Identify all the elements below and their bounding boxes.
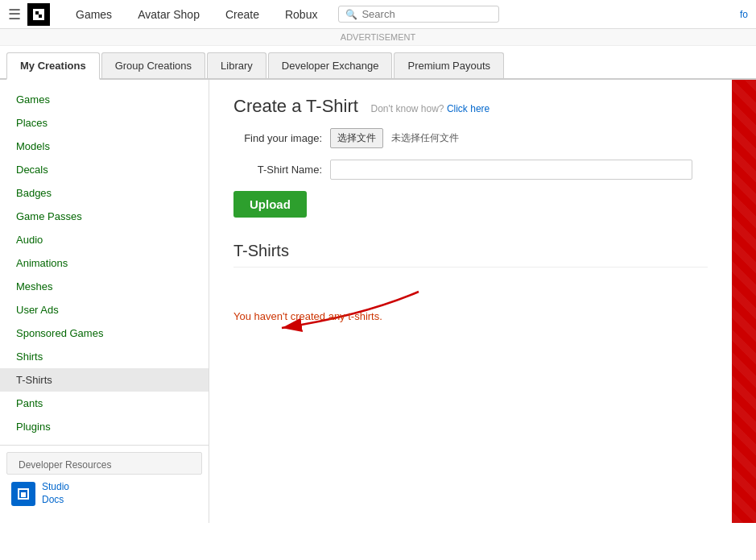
sidebar-item-sponsored-games[interactable]: Sponsored Games — [0, 321, 209, 345]
nav-right-link[interactable]: fo — [740, 9, 748, 20]
sidebar-item-tshirts[interactable]: T-Shirts — [0, 368, 209, 392]
developer-resources-title: Developer Resources — [6, 452, 202, 475]
tshirt-name-input[interactable] — [330, 160, 692, 180]
sidebar-item-shirts[interactable]: Shirts — [0, 345, 209, 368]
sidebar-item-decals[interactable]: Decals — [0, 158, 209, 181]
sidebar-item-game-passes[interactable]: Game Passes — [0, 205, 209, 228]
tab-group-creations[interactable]: Group Creations — [101, 52, 205, 78]
help-prefix: Don't know how? — [371, 103, 444, 114]
empty-tshirts-message: You haven't created any t-shirts. — [233, 310, 708, 322]
nav-games[interactable]: Games — [63, 0, 125, 29]
tshirts-title: T-Shirts — [233, 242, 708, 268]
studio-sublabel: Docs — [42, 494, 69, 507]
help-link[interactable]: Click here — [447, 103, 490, 114]
sidebar-item-games[interactable]: Games — [0, 88, 209, 111]
svg-marker-4 — [21, 492, 26, 497]
tab-premium-payouts[interactable]: Premium Payouts — [394, 52, 504, 78]
nav-create[interactable]: Create — [213, 0, 272, 29]
sidebar-item-places[interactable]: Places — [0, 111, 209, 135]
sidebar-item-user-ads[interactable]: User Ads — [0, 298, 209, 321]
tshirt-name-row: T-Shirt Name: — [233, 160, 708, 180]
svg-rect-2 — [39, 15, 42, 18]
help-text: Don't know how? Click here — [371, 103, 490, 114]
search-icon: 🔍 — [345, 9, 357, 20]
sidebar-item-badges[interactable]: Badges — [0, 181, 209, 205]
sidebar-item-meshes[interactable]: Meshes — [0, 275, 209, 298]
advertisement-bar: ADVERTISEMENT — [0, 29, 756, 46]
nav-robux[interactable]: Robux — [272, 0, 330, 29]
nav-avatar-shop[interactable]: Avatar Shop — [125, 0, 213, 29]
studio-item[interactable]: Studio Docs — [0, 476, 209, 511]
advertisement-text: ADVERTISEMENT — [341, 32, 415, 42]
top-navigation: ☰ Games Avatar Shop Create Robux 🔍 fo — [0, 0, 756, 29]
find-image-label: Find your image: — [233, 132, 322, 144]
sidebar-item-plugins[interactable]: Plugins — [0, 415, 209, 438]
upload-button-container: Upload — [233, 180, 708, 218]
hamburger-menu[interactable]: ☰ — [8, 6, 21, 23]
search-input[interactable] — [361, 8, 492, 20]
sidebar-item-audio[interactable]: Audio — [0, 228, 209, 251]
studio-label: Studio — [42, 481, 69, 494]
tab-developer-exchange[interactable]: Developer Exchange — [268, 52, 393, 78]
side-banner-overlay — [732, 80, 756, 523]
arrow-container: You haven't created any t-shirts. — [233, 284, 708, 322]
tab-library[interactable]: Library — [207, 52, 266, 78]
studio-icon — [11, 482, 35, 506]
choose-file-button[interactable]: 选择文件 — [330, 128, 383, 148]
find-image-row: Find your image: 选择文件 未选择任何文件 — [233, 128, 708, 148]
sidebar-item-animations[interactable]: Animations — [0, 251, 209, 275]
tshirts-section: T-Shirts You haven't created any t-shirt… — [233, 242, 708, 322]
roblox-logo[interactable] — [27, 3, 50, 26]
content-area: Create a T-Shirt Don't know how? Click h… — [209, 80, 732, 523]
sidebar-item-pants[interactable]: Pants — [0, 392, 209, 415]
svg-rect-1 — [35, 11, 39, 15]
sidebar: Games Places Models Decals Badges Game P… — [0, 80, 209, 523]
create-title: Create a T-Shirt — [233, 96, 358, 116]
side-banner — [732, 80, 756, 523]
tab-my-creations[interactable]: My Creations — [6, 52, 100, 80]
no-file-selected-text: 未选择任何文件 — [391, 131, 459, 145]
main-container: Games Places Models Decals Badges Game P… — [0, 80, 756, 523]
nav-links: Games Avatar Shop Create Robux — [63, 0, 330, 29]
sidebar-item-models[interactable]: Models — [0, 135, 209, 158]
search-box: 🔍 — [338, 6, 499, 23]
create-section: Create a T-Shirt Don't know how? Click h… — [233, 96, 708, 218]
tabs-container: My Creations Group Creations Library Dev… — [0, 52, 756, 80]
upload-button[interactable]: Upload — [233, 191, 307, 218]
studio-text: Studio Docs — [42, 481, 69, 506]
tshirt-name-label: T-Shirt Name: — [233, 164, 322, 176]
